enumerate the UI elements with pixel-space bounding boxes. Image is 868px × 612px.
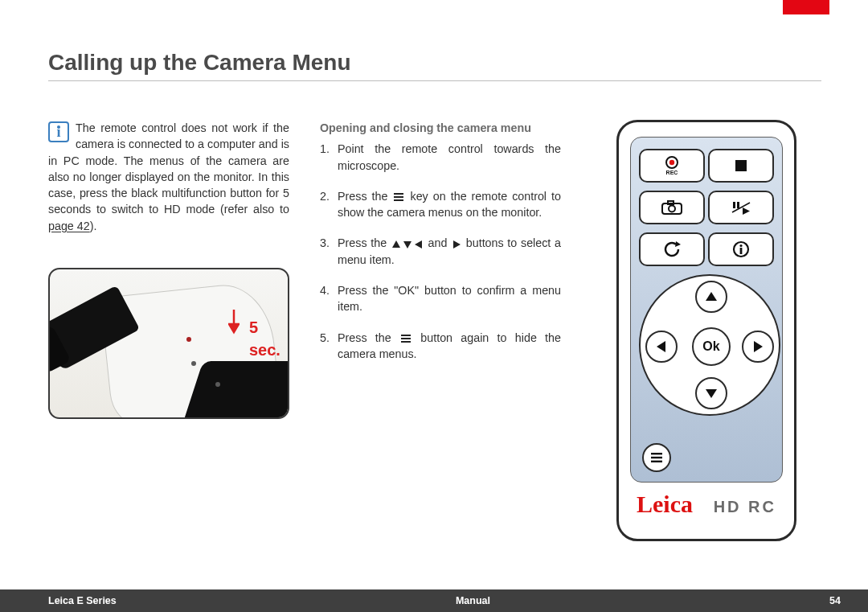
menu-button[interactable] [642,443,671,472]
dpad-down-button[interactable] [695,377,727,409]
col-steps: Opening and closing the camera menu Poin… [320,120,561,376]
play-pause-button[interactable] [708,191,774,224]
svg-marker-4 [403,241,411,248]
dpad-left-button[interactable] [645,331,678,363]
menu-icon [394,193,403,201]
col-info: i The remote control does not work if th… [48,120,289,419]
footer-page-number: 54 [829,595,841,606]
svg-rect-16 [733,202,735,208]
info-text-pre: The remote control does not work if the … [48,121,289,216]
leica-logo: Leica [637,491,693,518]
dpad-right-button[interactable] [742,331,774,363]
page-footer: Leica E Series Manual 54 [0,589,868,612]
remote-control: REC [616,120,796,541]
svg-marker-27 [754,341,763,352]
svg-marker-24 [706,292,717,301]
svg-marker-19 [743,207,750,215]
svg-rect-12 [735,160,747,171]
remote-row-3 [639,232,774,266]
step-1: Point the remote control towards the mic… [320,141,561,174]
down-icon [403,240,411,248]
step-2: Press the key on the remote control to s… [320,188,561,221]
svg-rect-2 [394,199,403,201]
footer-left: Leica E Series [48,595,117,606]
rec-label: REC [666,170,678,175]
columns: i The remote control does not work if th… [48,120,821,541]
press-arrow-icon [228,310,240,337]
svg-marker-5 [415,240,422,248]
step-4: Press the "OK" button to confirm a menu … [320,282,561,315]
ok-button[interactable]: Ok [692,327,731,366]
svg-marker-26 [657,341,665,352]
info-button[interactable] [708,232,774,266]
svg-rect-29 [651,457,662,458]
svg-rect-17 [737,202,739,208]
remote-brand-row: Leica HD RC [630,483,783,518]
svg-rect-1 [394,196,403,198]
ok-label: Ok [702,339,719,354]
page-title: Calling up the Camera Menu [48,50,821,76]
left-icon [415,240,423,248]
svg-rect-9 [401,341,411,343]
five-sec-label: 5 sec. [249,316,288,362]
steps-heading: Opening and closing the camera menu [320,120,561,136]
svg-point-11 [669,160,674,165]
remote-panel: REC [630,137,783,483]
svg-point-22 [739,244,742,247]
step-3b: and [424,236,451,249]
stop-button[interactable] [708,149,774,183]
step-5: Press the button again to hide the camer… [320,330,561,363]
svg-marker-20 [675,241,681,247]
remote-row-2 [639,191,774,224]
svg-rect-23 [740,248,743,254]
steps-list: Point the remote control towards the mic… [320,141,561,362]
step-2a: Press the [338,190,392,203]
svg-marker-3 [392,240,400,248]
remote-row-1: REC [639,149,774,183]
page-ref-link[interactable]: page 42 [48,220,90,232]
footer-center: Manual [456,595,490,606]
step-3a: Press the [338,236,391,249]
info-text-post: ). [90,220,97,232]
info-icon: i [48,121,69,142]
svg-rect-0 [394,193,403,195]
rec-button[interactable]: REC [639,149,705,183]
menu-icon-2 [401,335,411,343]
microscope-photo: 5 sec. [48,268,289,419]
brand-tab [783,0,829,14]
svg-point-15 [669,206,675,212]
rotate-button[interactable] [639,232,705,266]
page-body: Calling up the Camera Menu i The remote … [0,0,868,541]
svg-rect-8 [401,338,411,339]
step-5a: Press the [338,331,399,344]
dpad: Ok [639,274,780,416]
svg-marker-25 [706,389,717,398]
step-3: Press the and buttons to select a menu i… [320,235,561,268]
svg-rect-28 [651,453,662,454]
dpad-up-button[interactable] [695,281,727,313]
right-icon [452,240,461,248]
info-paragraph: The remote control does not work if the … [48,120,289,234]
col-remote: REC [592,120,821,541]
up-icon [392,240,400,248]
svg-rect-7 [401,335,411,336]
svg-rect-30 [651,461,662,462]
remote-model: HD RC [714,498,776,516]
camera-button[interactable] [639,191,705,224]
title-rule [48,80,821,81]
svg-marker-6 [453,240,461,248]
